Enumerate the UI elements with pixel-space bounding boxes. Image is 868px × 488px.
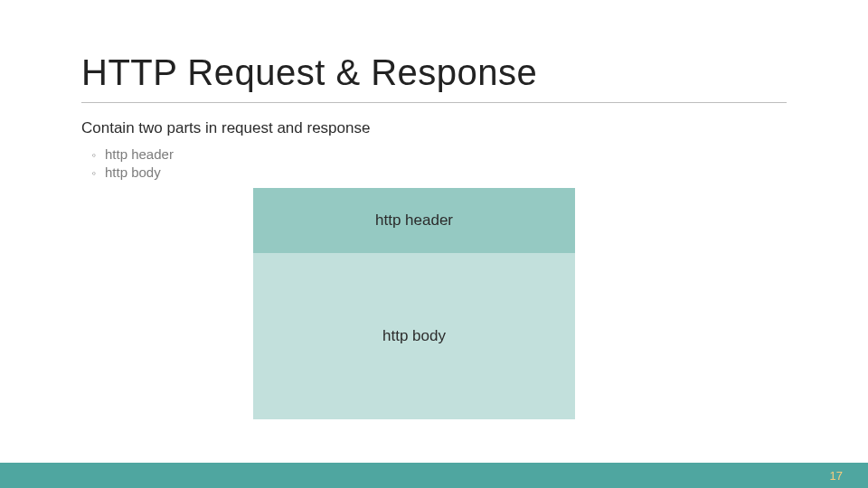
bullet-list: ◦http header ◦http body: [81, 146, 787, 180]
bullet-text: http header: [105, 146, 174, 162]
bullet-item: ◦http body: [90, 164, 787, 180]
diagram-body-label: http body: [382, 327, 446, 345]
slide: HTTP Request & Response Contain two part…: [0, 0, 868, 488]
title-underline: [81, 102, 787, 103]
bullet-text: http body: [105, 164, 161, 180]
bullet-marker-icon: ◦: [90, 148, 98, 162]
diagram-header-block: http header: [253, 188, 575, 253]
page-number: 17: [830, 469, 843, 483]
content-area: HTTP Request & Response Contain two part…: [0, 0, 868, 180]
diagram-header-label: http header: [375, 211, 453, 230]
footer-bar: [0, 463, 868, 488]
subtitle: Contain two parts in request and respons…: [81, 119, 787, 137]
diagram-body-block: http body: [253, 253, 575, 419]
slide-title: HTTP Request & Response: [81, 52, 787, 93]
http-diagram: http header http body: [253, 188, 575, 419]
bullet-marker-icon: ◦: [90, 166, 98, 180]
bullet-item: ◦http header: [90, 146, 787, 162]
